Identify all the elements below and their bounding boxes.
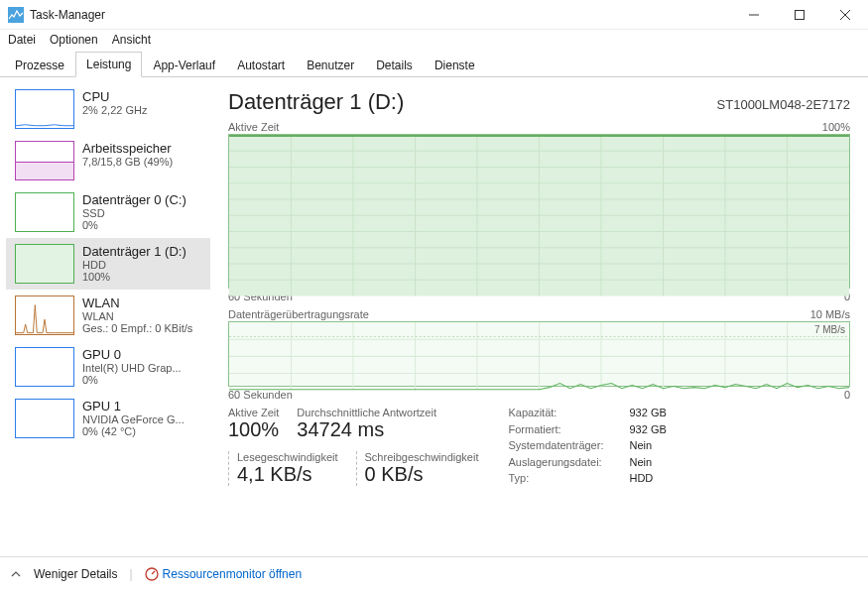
tabbar: Prozesse Leistung App-Verlauf Autostart … [0,50,868,77]
sidebar-item-disk0[interactable]: Datenträger 0 (C:) SSD 0% [6,186,210,238]
close-button[interactable] [822,0,868,30]
sidebar-item-sub: 2% 2,22 GHz [82,104,204,116]
sidebar-item-cpu[interactable]: CPU 2% 2,22 GHz [6,83,210,135]
graph2-label: Datenträgerübertragungsrate [228,308,369,320]
prop-pagefile-v: Nein [629,456,666,470]
transfer-rate-graph: 7 MB/s [228,321,850,387]
prop-formatted-v: 932 GB [629,423,666,437]
sidebar-item-sub: Intel(R) UHD Grap... [82,362,204,374]
sidebar-item-label: Arbeitsspeicher [82,141,204,156]
menu-options[interactable]: Optionen [50,33,98,47]
window-title: Task-Manager [30,8,731,22]
menubar: Datei Optionen Ansicht [0,30,868,50]
sidebar-item-memory[interactable]: Arbeitsspeicher 7,8/15,8 GB (49%) [6,135,210,186]
tab-performance[interactable]: Leistung [75,52,142,77]
tab-users[interactable]: Benutzer [296,53,365,77]
sidebar-item-label: Datenträger 0 (C:) [82,192,204,207]
resource-monitor-link[interactable]: Ressourcenmonitor öffnen [145,567,303,581]
main-panel: Datenträger 1 (D:) ST1000LM048-2E7172 Ak… [210,77,868,556]
resmon-label: Ressourcenmonitor öffnen [163,567,303,581]
graph1-label: Aktive Zeit [228,121,279,133]
prop-sysdisk-k: Systemdatenträger: [508,439,603,453]
sidebar-item-wlan[interactable]: WLAN WLAN Ges.: 0 Empf.: 0 KBit/s [6,290,210,341]
sidebar-item-sub: 7,8/15,8 GB (49%) [82,156,204,168]
stat-write-label: Schreibgeschwindigkeit [365,451,479,463]
sidebar-item-sub2: 100% [82,271,204,283]
prop-type-k: Typ: [508,472,603,486]
prop-capacity-k: Kapazität: [508,407,603,420]
menu-view[interactable]: Ansicht [112,33,151,47]
maximize-button[interactable] [777,0,822,30]
graph2-xright: 0 [844,389,850,401]
sidebar-item-sub: HDD [82,259,204,271]
sidebar-item-sub2: 0% [82,219,204,231]
tab-services[interactable]: Dienste [424,53,486,77]
resmon-icon [145,567,159,581]
sidebar: CPU 2% 2,22 GHz Arbeitsspeicher 7,8/15,8… [0,77,210,556]
menu-file[interactable]: Datei [8,33,36,47]
separator: | [129,567,132,581]
sidebar-item-disk1[interactable]: Datenträger 1 (D:) HDD 100% [6,238,210,290]
app-icon [8,7,24,23]
sidebar-item-sub: WLAN [82,310,204,322]
prop-pagefile-k: Auslagerungsdatei: [508,456,603,470]
stat-active-value: 100% [228,418,279,441]
sidebar-item-sub: SSD [82,207,204,219]
titlebar: Task-Manager [0,0,868,30]
prop-capacity-v: 932 GB [629,407,666,420]
tab-details[interactable]: Details [365,53,424,77]
sidebar-item-label: Datenträger 1 (D:) [82,244,204,259]
prop-type-v: HDD [629,472,666,486]
graph2-max: 10 MB/s [810,308,850,320]
svg-rect-2 [796,10,805,19]
disk-properties: Kapazität: 932 GB Formatiert: 932 GB Sys… [508,407,666,486]
tab-startup[interactable]: Autostart [226,53,296,77]
stat-read-value: 4,1 KB/s [237,463,338,486]
sidebar-item-label: WLAN [82,295,204,310]
stat-read-label: Lesegeschwindigkeit [237,451,338,463]
fewer-details-link[interactable]: Weniger Details [34,567,117,581]
page-title: Datenträger 1 (D:) [228,89,404,115]
sidebar-item-sub2: 0% [82,374,204,386]
disk-model: ST1000LM048-2E7172 [717,97,850,112]
sidebar-item-sub2: 0% (42 °C) [82,425,204,437]
chevron-up-icon[interactable] [10,568,22,580]
graph1-max: 100% [822,121,850,133]
stat-resp-label: Durchschnittliche Antwortzeit [297,407,436,418]
sidebar-item-sub2: Ges.: 0 Empf.: 0 KBit/s [82,322,204,334]
sidebar-item-sub: NVIDIA GeForce G... [82,413,204,425]
prop-formatted-k: Formatiert: [508,423,603,437]
active-time-graph [228,134,850,289]
sidebar-item-label: CPU [82,89,204,104]
tab-processes[interactable]: Prozesse [4,53,75,77]
minimize-button[interactable] [731,0,777,30]
sidebar-item-label: GPU 0 [82,347,204,362]
sidebar-item-gpu1[interactable]: GPU 1 NVIDIA GeForce G... 0% (42 °C) [6,393,210,444]
stat-write-value: 0 KB/s [365,463,479,486]
prop-sysdisk-v: Nein [629,439,666,453]
sidebar-item-gpu0[interactable]: GPU 0 Intel(R) UHD Grap... 0% [6,341,210,393]
footer: Weniger Details | Ressourcenmonitor öffn… [0,556,868,590]
stat-resp-value: 34724 ms [297,418,436,441]
tab-apphistory[interactable]: App-Verlauf [142,53,226,77]
graph2-xleft: 60 Sekunden [228,389,293,401]
sidebar-item-label: GPU 1 [82,399,204,413]
svg-line-39 [152,571,155,574]
stat-active-label: Aktive Zeit [228,407,279,418]
